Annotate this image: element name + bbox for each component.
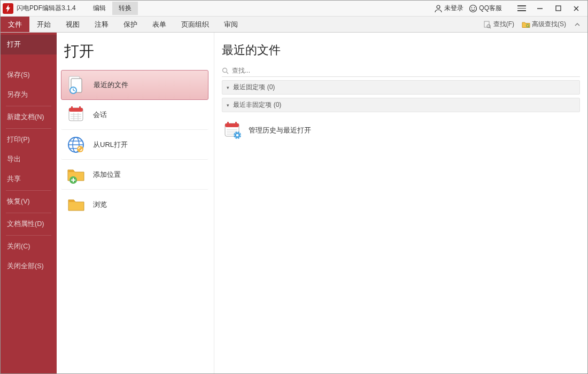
mode-tab-edit[interactable]: 编辑 (87, 2, 112, 15)
recent-search-input[interactable] (232, 67, 580, 74)
mode-tab-convert[interactable]: 转换 (112, 2, 138, 15)
qq-service[interactable]: QQ客服 (469, 4, 502, 13)
open-panel-title: 打开 (64, 41, 206, 61)
smile-icon (469, 4, 477, 13)
sidebar-item-saveas[interactable]: 另存为 (1, 85, 57, 105)
svg-point-37 (223, 68, 227, 72)
ribbon-tab-view[interactable]: 视图 (58, 17, 87, 32)
recent-panel: 最近的文件 ▾ 最近固定项 (0) ▾ 最近非固定项 (0) (214, 33, 587, 373)
window-controls (513, 1, 585, 16)
svg-rect-41 (227, 122, 229, 125)
app-title: 闪电PDF编辑器3.1.4 (17, 4, 76, 13)
open-item-session[interactable]: 会话 (61, 100, 208, 130)
open-item-recent[interactable]: 最近的文件 (61, 70, 208, 100)
minimize-icon (536, 5, 544, 12)
sidebar-sep (6, 213, 51, 213)
chevron-up-icon (575, 22, 580, 27)
recent-files-icon (66, 74, 87, 96)
svg-line-53 (239, 137, 241, 138)
ribbon-tab-review[interactable]: 审阅 (216, 17, 245, 32)
svg-line-10 (490, 27, 491, 28)
sidebar-sep (6, 128, 51, 129)
open-item-label: 最近的文件 (94, 80, 128, 90)
adv-find-button[interactable]: 高级查找(S) (520, 19, 568, 30)
sidebar-item-docprops[interactable]: 文档属性(D) (1, 214, 57, 234)
find-button[interactable]: 查找(F) (481, 19, 516, 30)
collapse-ribbon-button[interactable] (571, 22, 583, 27)
svg-rect-5 (556, 6, 561, 11)
recent-pinned-header[interactable]: ▾ 最近固定项 (0) (222, 80, 580, 95)
recent-unpinned-header[interactable]: ▾ 最近非固定项 (0) (222, 98, 580, 112)
triangle-down-icon: ▾ (227, 103, 229, 108)
ribbon-tab-protect[interactable]: 保护 (116, 17, 145, 32)
open-item-label: 从URL打开 (93, 140, 128, 150)
calendar-gear-icon (222, 120, 243, 141)
open-panel: 打开 最近的文件 (57, 33, 214, 373)
manage-history-button[interactable]: 管理历史与最近打开 (222, 120, 580, 141)
titlebar: 闪电PDF编辑器3.1.4 编辑 转换 未登录 QQ客服 (1, 1, 587, 17)
svg-point-47 (236, 134, 239, 137)
sidebar-item-export[interactable]: 导出 (1, 150, 57, 169)
svg-line-38 (227, 72, 229, 74)
close-button[interactable] (567, 1, 585, 16)
svg-rect-40 (225, 123, 239, 127)
svg-point-1 (470, 5, 477, 12)
menu-button[interactable] (513, 1, 531, 16)
svg-point-2 (471, 7, 473, 8)
session-icon (65, 104, 87, 126)
login-status[interactable]: 未登录 (434, 4, 463, 13)
recent-title: 最近的文件 (222, 42, 580, 58)
hamburger-icon (517, 5, 526, 11)
open-item-url[interactable]: 从URL打开 (61, 130, 208, 160)
open-item-label: 浏览 (93, 200, 107, 209)
sidebar-item-close[interactable]: 关闭(C) (1, 237, 57, 256)
open-item-label: 添加位置 (93, 170, 121, 180)
svg-line-18 (73, 90, 75, 91)
sidebar-item-newdoc[interactable]: 新建文档(N) (1, 107, 57, 127)
login-label: 未登录 (444, 4, 463, 13)
ribbon-right: 查找(F) 高级查找(S) (481, 17, 587, 32)
search-icon (222, 67, 229, 74)
file-sidebar: 打开 保存(S) 另存为 新建文档(N) 打印(P) 导出 共享 恢复(V) 文… (1, 33, 57, 373)
svg-line-55 (235, 137, 236, 138)
ribbon-tab-annotate[interactable]: 注释 (87, 17, 116, 32)
pinned-label: 最近固定项 (0) (233, 83, 275, 91)
open-item-browse[interactable]: 浏览 (61, 190, 208, 220)
find-icon (483, 20, 492, 29)
unpinned-label: 最近非固定项 (0) (233, 101, 281, 108)
minimize-button[interactable] (531, 1, 549, 16)
svg-line-52 (235, 133, 236, 134)
sidebar-item-save[interactable]: 保存(S) (1, 65, 57, 85)
sidebar-sep (6, 190, 51, 191)
folder-add-icon (65, 164, 87, 185)
app-icon (3, 3, 13, 14)
folder-icon (65, 194, 87, 215)
svg-point-0 (437, 5, 440, 9)
sidebar-item-open[interactable]: 打开 (1, 35, 57, 54)
find-label: 查找(F) (493, 20, 514, 29)
svg-point-3 (474, 7, 475, 8)
close-icon (572, 5, 580, 12)
sidebar-item-restore[interactable]: 恢复(V) (1, 192, 57, 212)
svg-point-33 (77, 146, 83, 152)
maximize-button[interactable] (549, 1, 567, 16)
user-icon (434, 4, 443, 13)
sidebar-sep (6, 235, 51, 236)
ribbon-tab-form[interactable]: 表单 (145, 17, 174, 32)
sidebar-sep (6, 106, 51, 106)
sidebar-item-print[interactable]: 打印(P) (1, 130, 57, 150)
title-mode-tabs: 编辑 转换 (87, 2, 138, 15)
open-item-addlocation[interactable]: 添加位置 (61, 160, 208, 190)
ribbon-tab-start[interactable]: 开始 (29, 17, 58, 32)
svg-rect-21 (71, 106, 73, 110)
qq-label: QQ客服 (479, 4, 502, 13)
ribbon-tab-pageorg[interactable]: 页面组织 (174, 17, 216, 32)
svg-line-54 (239, 133, 241, 134)
triangle-down-icon: ▾ (227, 85, 229, 90)
recent-search[interactable] (222, 65, 580, 77)
sidebar-item-share[interactable]: 共享 (1, 169, 57, 189)
maximize-icon (555, 5, 562, 12)
sidebar-item-closeall[interactable]: 关闭全部(S) (1, 256, 57, 276)
folder-search-icon (522, 20, 530, 29)
ribbon-tab-file[interactable]: 文件 (1, 17, 29, 32)
